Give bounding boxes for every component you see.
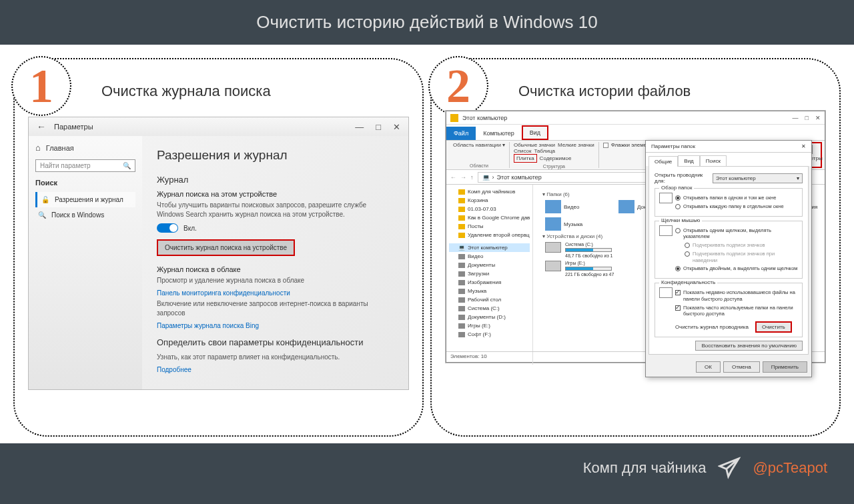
dialog-title: Параметры папок	[651, 143, 695, 149]
checkbox-frequent-folders[interactable]: Показать часто используемые папки на пан…	[675, 305, 798, 318]
view-small-icons[interactable]: Мелкие значки	[558, 142, 594, 148]
sidebar-item-label: Разрешения и журнал	[55, 196, 123, 203]
nav-forward[interactable]: →	[460, 174, 466, 181]
view-list[interactable]: Список	[514, 148, 532, 154]
browse-icon	[659, 193, 673, 203]
home-icon: ⌂	[35, 143, 41, 153]
sidebar-item[interactable]: Музыка	[449, 287, 530, 295]
close-button[interactable]: ✕	[815, 115, 821, 121]
main-content: 1 Очистка журнала поиска ← Параметры — □…	[0, 45, 854, 443]
history-toggle[interactable]: Вкл.	[157, 223, 394, 233]
bing-settings-link[interactable]: Параметры журнала поиска Bing	[157, 322, 394, 329]
window-title: Параметры	[54, 123, 93, 131]
maximize-button[interactable]: □	[376, 122, 381, 132]
sidebar-item[interactable]: Видео	[449, 252, 530, 261]
close-button[interactable]: ✕	[393, 122, 400, 132]
sidebar-item[interactable]: Изображения	[449, 278, 530, 287]
search-settings-input[interactable]: Найти параметр🔍	[35, 159, 135, 172]
section-heading: Определить свои параметры конфиденциальн…	[157, 337, 394, 347]
brand-text: Комп для чайника	[583, 459, 707, 477]
clear-history-button[interactable]: Очистить	[755, 321, 792, 333]
cancel-button[interactable]: Отмена	[723, 361, 760, 373]
sidebar-item[interactable]: Удаление второй операци	[449, 231, 530, 239]
drive-item[interactable]: Система (C:)48,7 ГБ свободно из 1	[545, 242, 612, 258]
pc-icon: 💻	[458, 245, 465, 251]
maximize-button[interactable]: □	[805, 115, 809, 121]
sidebar-item[interactable]: Посты	[449, 222, 530, 231]
nav-back[interactable]: ←	[450, 174, 456, 181]
pc-icon: 💻	[482, 174, 490, 181]
radio-same-window[interactable]: Открывать папки в одном и том же окне	[675, 195, 798, 201]
breadcrumb[interactable]: 💻›Этот компьютер	[478, 172, 665, 183]
folder-icon	[458, 271, 465, 277]
nav-pane-button[interactable]: Область навигации ▾	[453, 142, 505, 148]
open-explorer-select[interactable]: Этот компьютер▾	[713, 173, 803, 183]
sidebar-item-windows-search[interactable]: 🔍Поиск в Windows	[35, 207, 135, 223]
home-link[interactable]: ⌂Главная	[35, 143, 135, 153]
toggle-label: Вкл.	[183, 225, 197, 232]
sidebar-item[interactable]: Игры (E:)	[449, 321, 530, 330]
dialog-tab-general[interactable]: Общие	[649, 156, 678, 167]
sidebar-item-permissions[interactable]: 🔓Разрешения и журнал	[35, 192, 135, 207]
clear-history-button[interactable]: Очистить журнал поиска на устройстве	[157, 239, 295, 256]
dialog-close-button[interactable]: ✕	[801, 143, 806, 149]
sidebar-item[interactable]: Документы (D:)	[449, 313, 530, 321]
folder-item[interactable]: Видео	[545, 200, 598, 213]
checkbox-recent-files[interactable]: Показать недавно использовавшиеся файлы …	[675, 289, 798, 303]
sidebar-item[interactable]: Как в Google Chrome дава	[449, 213, 530, 222]
sidebar-item[interactable]: Комп для чайников	[449, 187, 530, 196]
radio-double-click[interactable]: Открывать двойным, а выделять одним щелч…	[675, 265, 798, 272]
sidebar-item[interactable]: Документы	[449, 261, 530, 269]
checkbox-icon[interactable]	[603, 143, 608, 148]
drive-icon	[545, 242, 561, 253]
folder-item[interactable]: Музыка	[545, 217, 598, 231]
radio-single-click[interactable]: Открывать одним щелчком, выделять указат…	[675, 227, 798, 241]
dialog-tab-view[interactable]: Вид	[678, 155, 699, 166]
sidebar-category: Поиск	[35, 179, 135, 187]
folder-icon	[618, 200, 634, 213]
sidebar-item[interactable]: Система (C:)	[449, 304, 530, 313]
tab-file[interactable]: Файл	[446, 127, 476, 140]
settings-titlebar: ← Параметры — □ ✕	[29, 117, 408, 136]
drive-icon	[458, 315, 465, 320]
permissions-icon: 🔓	[41, 196, 49, 203]
sidebar-item[interactable]: Корзина	[449, 196, 530, 205]
folder-icon	[458, 263, 465, 268]
drive-item[interactable]: Игры (E:)221 ГБ свободно из 47	[545, 261, 614, 277]
breadcrumb-text: Этот компьютер	[497, 174, 542, 181]
panel-2: 2 Очистка истории файлов Этот компьютер …	[430, 58, 841, 437]
back-button[interactable]: ←	[37, 121, 46, 132]
minimize-button[interactable]: —	[793, 115, 799, 121]
ok-button[interactable]: ОК	[696, 361, 721, 373]
dialog-tab-search[interactable]: Поиск	[700, 155, 727, 166]
view-tiles[interactable]: Плитка	[514, 154, 537, 163]
view-content[interactable]: Содержимое	[540, 155, 572, 161]
learn-more-link[interactable]: Подробнее	[157, 366, 394, 373]
view-table[interactable]: Таблица	[534, 148, 555, 154]
telegram-handle[interactable]: @pcTeapot	[753, 459, 827, 477]
step-badge-2: 2	[428, 56, 488, 116]
nav-up[interactable]: ↑	[470, 174, 474, 181]
sidebar-item[interactable]: Загрузки	[449, 269, 530, 278]
apply-button[interactable]: Применить	[763, 361, 807, 373]
search-icon: 🔍	[123, 162, 131, 169]
radio-new-window[interactable]: Открывать каждую папку в отдельном окне	[675, 203, 798, 210]
tab-view[interactable]: Вид	[522, 125, 548, 140]
sidebar-item[interactable]: Рабочий стол	[449, 295, 530, 304]
minimize-button[interactable]: —	[355, 122, 364, 132]
sidebar-item[interactable]: 01.03-07.03	[449, 205, 530, 213]
folder-icon	[458, 233, 465, 238]
restore-defaults-button[interactable]: Восстановить значения по умолчанию	[695, 341, 803, 351]
sidebar-this-pc[interactable]: 💻Этот компьютер	[449, 243, 530, 252]
click-icon	[659, 225, 673, 236]
view-normal-icons[interactable]: Обычные значки	[514, 142, 555, 148]
settings-content: Разрешения и журнал Журнал Журнал поиска…	[142, 136, 408, 389]
browse-group-title: Обзор папок	[659, 185, 694, 191]
step-number: 1	[29, 62, 53, 110]
panel-1-title: Очистка журнала поиска	[101, 83, 409, 100]
explorer-titlebar: Этот компьютер —□✕	[446, 111, 825, 125]
sidebar-item[interactable]: Софт (F:)	[449, 330, 530, 339]
privacy-dashboard-link[interactable]: Панель мониторинга конфиденциальности	[157, 289, 394, 297]
tab-computer[interactable]: Компьютер	[476, 127, 522, 140]
group-label: Структура	[514, 164, 594, 169]
